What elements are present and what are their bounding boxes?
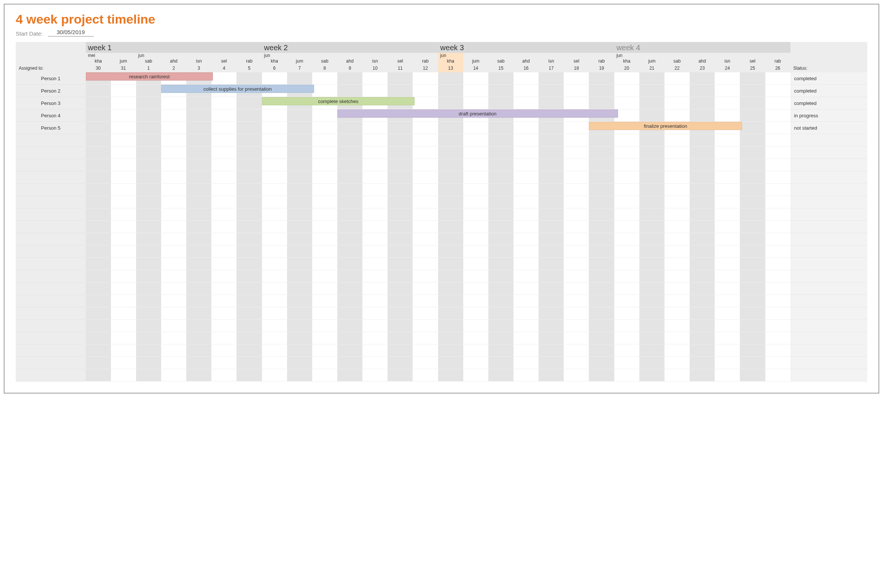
calendar-cell[interactable] <box>690 85 715 97</box>
calendar-cell[interactable] <box>413 85 438 97</box>
calendar-cell[interactable] <box>438 270 463 283</box>
calendar-cell[interactable] <box>388 270 413 283</box>
calendar-cell[interactable] <box>86 233 111 246</box>
calendar-cell[interactable] <box>438 283 463 295</box>
calendar-cell[interactable] <box>211 171 237 184</box>
calendar-cell[interactable]: finalize presentation <box>589 122 614 134</box>
status-cell[interactable] <box>790 332 867 344</box>
calendar-cell[interactable] <box>715 171 740 184</box>
calendar-cell[interactable] <box>664 233 690 246</box>
calendar-cell[interactable] <box>715 72 740 85</box>
calendar-cell[interactable] <box>186 159 211 171</box>
calendar-cell[interactable] <box>538 320 564 332</box>
calendar-cell[interactable] <box>413 134 438 147</box>
calendar-cell[interactable] <box>312 122 337 134</box>
calendar-cell[interactable] <box>538 208 564 221</box>
calendar-cell[interactable] <box>186 196 211 208</box>
calendar-cell[interactable] <box>463 283 488 295</box>
calendar-cell[interactable] <box>463 72 488 85</box>
calendar-cell[interactable] <box>413 307 438 320</box>
calendar-cell[interactable] <box>413 369 438 381</box>
calendar-cell[interactable] <box>639 184 664 196</box>
calendar-cell[interactable] <box>463 122 488 134</box>
calendar-cell[interactable] <box>312 344 337 357</box>
calendar-cell[interactable] <box>664 283 690 295</box>
calendar-cell[interactable] <box>488 122 513 134</box>
calendar-cell[interactable] <box>86 246 111 258</box>
calendar-cell[interactable] <box>312 171 337 184</box>
calendar-cell[interactable] <box>86 295 111 307</box>
calendar-cell[interactable] <box>715 110 740 122</box>
status-cell[interactable]: completed <box>790 97 867 110</box>
calendar-cell[interactable] <box>262 221 287 233</box>
calendar-cell[interactable] <box>614 159 639 171</box>
calendar-cell[interactable] <box>740 72 765 85</box>
calendar-cell[interactable] <box>715 246 740 258</box>
calendar-cell[interactable] <box>186 246 211 258</box>
calendar-cell[interactable] <box>388 184 413 196</box>
calendar-cell[interactable] <box>715 184 740 196</box>
calendar-cell[interactable] <box>664 184 690 196</box>
calendar-cell[interactable] <box>488 369 513 381</box>
person-cell[interactable] <box>16 332 86 344</box>
calendar-cell[interactable] <box>690 307 715 320</box>
calendar-cell[interactable] <box>211 159 237 171</box>
status-cell[interactable] <box>790 221 867 233</box>
calendar-cell[interactable] <box>111 221 136 233</box>
calendar-cell[interactable] <box>589 270 614 283</box>
calendar-cell[interactable] <box>589 134 614 147</box>
calendar-cell[interactable] <box>614 246 639 258</box>
calendar-cell[interactable] <box>488 332 513 344</box>
calendar-cell[interactable] <box>337 159 363 171</box>
calendar-cell[interactable] <box>211 196 237 208</box>
calendar-cell[interactable] <box>413 171 438 184</box>
calendar-cell[interactable] <box>86 357 111 369</box>
calendar-cell[interactable] <box>312 85 337 97</box>
status-cell[interactable] <box>790 258 867 270</box>
calendar-cell[interactable] <box>388 159 413 171</box>
calendar-cell[interactable] <box>136 184 161 196</box>
calendar-cell[interactable] <box>337 233 363 246</box>
calendar-cell[interactable] <box>161 196 186 208</box>
calendar-cell[interactable] <box>161 270 186 283</box>
calendar-cell[interactable] <box>513 246 538 258</box>
calendar-cell[interactable] <box>363 221 388 233</box>
calendar-cell[interactable] <box>287 332 312 344</box>
calendar-cell[interactable] <box>237 295 262 307</box>
calendar-cell[interactable] <box>765 221 790 233</box>
calendar-cell[interactable] <box>765 369 790 381</box>
calendar-cell[interactable] <box>413 221 438 233</box>
calendar-cell[interactable] <box>513 97 538 110</box>
calendar-cell[interactable] <box>690 97 715 110</box>
calendar-cell[interactable] <box>438 159 463 171</box>
calendar-cell[interactable] <box>765 344 790 357</box>
calendar-cell[interactable] <box>86 171 111 184</box>
task-bar[interactable]: collect supplies for presentation <box>161 85 314 93</box>
calendar-cell[interactable] <box>438 221 463 233</box>
calendar-cell[interactable] <box>715 270 740 283</box>
calendar-cell[interactable] <box>161 332 186 344</box>
calendar-cell[interactable] <box>237 221 262 233</box>
status-cell[interactable] <box>790 344 867 357</box>
calendar-cell[interactable] <box>715 258 740 270</box>
calendar-cell[interactable] <box>614 332 639 344</box>
person-cell[interactable] <box>16 270 86 283</box>
calendar-cell[interactable] <box>538 295 564 307</box>
calendar-cell[interactable] <box>664 171 690 184</box>
calendar-cell[interactable] <box>438 369 463 381</box>
calendar-cell[interactable] <box>312 159 337 171</box>
calendar-cell[interactable] <box>538 246 564 258</box>
calendar-cell[interactable] <box>388 320 413 332</box>
calendar-cell[interactable] <box>337 320 363 332</box>
calendar-cell[interactable] <box>438 233 463 246</box>
calendar-cell[interactable] <box>186 208 211 221</box>
calendar-cell[interactable] <box>488 357 513 369</box>
calendar-cell[interactable] <box>337 85 363 97</box>
calendar-cell[interactable] <box>564 270 589 283</box>
calendar-cell[interactable] <box>111 85 136 97</box>
calendar-cell[interactable] <box>690 295 715 307</box>
calendar-cell[interactable] <box>438 295 463 307</box>
calendar-cell[interactable] <box>237 233 262 246</box>
task-bar[interactable]: complete sketches <box>262 97 415 105</box>
calendar-cell[interactable] <box>186 134 211 147</box>
